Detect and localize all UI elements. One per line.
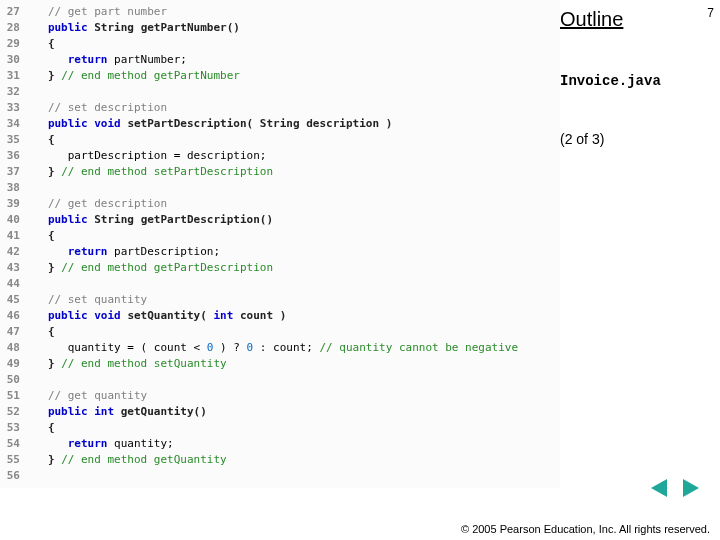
code-line: 54 return quantity; xyxy=(0,436,560,452)
line-source: quantity = ( count < 0 ) ? 0 : count; //… xyxy=(28,340,560,356)
line-number: 48 xyxy=(0,340,28,356)
line-source: // get quantity xyxy=(28,388,560,404)
code-line: 34 public void setPartDescription( Strin… xyxy=(0,116,560,132)
code-line: 52 public int getQuantity() xyxy=(0,404,560,420)
code-line: 30 return partNumber; xyxy=(0,52,560,68)
line-source: } // end method getPartDescription xyxy=(28,260,560,276)
line-number: 47 xyxy=(0,324,28,340)
line-source: return partNumber; xyxy=(28,52,560,68)
page-number: 7 xyxy=(707,6,714,20)
line-source: { xyxy=(28,324,560,340)
sidebar: Outline Invoice.java (2 of 3) xyxy=(560,0,720,147)
line-number: 39 xyxy=(0,196,28,212)
code-line: 28 public String getPartNumber() xyxy=(0,20,560,36)
code-line: 39 // get description xyxy=(0,196,560,212)
line-source: // set description xyxy=(28,100,560,116)
line-number: 45 xyxy=(0,292,28,308)
line-number: 30 xyxy=(0,52,28,68)
code-line: 42 return partDescription; xyxy=(0,244,560,260)
line-number: 44 xyxy=(0,276,28,292)
line-number: 28 xyxy=(0,20,28,36)
line-number: 50 xyxy=(0,372,28,388)
line-number: 31 xyxy=(0,68,28,84)
code-line: 47 { xyxy=(0,324,560,340)
line-source: public int getQuantity() xyxy=(28,404,560,420)
copyright-text: © 2005 Pearson Education, Inc. All right… xyxy=(461,523,710,536)
line-source: public void setQuantity( int count ) xyxy=(28,308,560,324)
code-line: 51 // get quantity xyxy=(0,388,560,404)
code-line: 31 } // end method getPartNumber xyxy=(0,68,560,84)
code-line: 40 public String getPartDescription() xyxy=(0,212,560,228)
line-number: 32 xyxy=(0,84,28,100)
code-line: 43 } // end method getPartDescription xyxy=(0,260,560,276)
line-source xyxy=(28,468,560,484)
line-source: // get part number xyxy=(28,4,560,20)
line-source: { xyxy=(28,228,560,244)
code-line: 44 xyxy=(0,276,560,292)
code-line: 45 // set quantity xyxy=(0,292,560,308)
outline-heading: Outline xyxy=(560,8,708,31)
line-source: { xyxy=(28,132,560,148)
line-number: 29 xyxy=(0,36,28,52)
line-source: } // end method setQuantity xyxy=(28,356,560,372)
code-line: 53 { xyxy=(0,420,560,436)
code-listing: 27 // get part number28 public String ge… xyxy=(0,0,560,488)
line-number: 46 xyxy=(0,308,28,324)
line-number: 55 xyxy=(0,452,28,468)
line-number: 53 xyxy=(0,420,28,436)
code-line: 35 { xyxy=(0,132,560,148)
line-source: public String getPartDescription() xyxy=(28,212,560,228)
code-line: 37 } // end method setPartDescription xyxy=(0,164,560,180)
code-line: 55 } // end method getQuantity xyxy=(0,452,560,468)
code-line: 32 xyxy=(0,84,560,100)
code-line: 38 xyxy=(0,180,560,196)
line-source: // set quantity xyxy=(28,292,560,308)
code-line: 27 // get part number xyxy=(0,4,560,20)
code-line: 41 { xyxy=(0,228,560,244)
line-number: 54 xyxy=(0,436,28,452)
page-of-label: (2 of 3) xyxy=(560,131,708,147)
line-source: } // end method setPartDescription xyxy=(28,164,560,180)
line-number: 34 xyxy=(0,116,28,132)
code-line: 50 xyxy=(0,372,560,388)
line-source: } // end method getQuantity xyxy=(28,452,560,468)
code-line: 48 quantity = ( count < 0 ) ? 0 : count;… xyxy=(0,340,560,356)
line-number: 37 xyxy=(0,164,28,180)
code-line: 29 { xyxy=(0,36,560,52)
line-source: } // end method getPartNumber xyxy=(28,68,560,84)
line-number: 27 xyxy=(0,4,28,20)
line-number: 43 xyxy=(0,260,28,276)
line-number: 56 xyxy=(0,468,28,484)
line-source: partDescription = description; xyxy=(28,148,560,164)
line-source: public void setPartDescription( String d… xyxy=(28,116,560,132)
line-source: { xyxy=(28,36,560,52)
line-number: 40 xyxy=(0,212,28,228)
line-number: 42 xyxy=(0,244,28,260)
line-number: 35 xyxy=(0,132,28,148)
line-number: 36 xyxy=(0,148,28,164)
line-number: 38 xyxy=(0,180,28,196)
line-source xyxy=(28,180,560,196)
line-source: public String getPartNumber() xyxy=(28,20,560,36)
nav-buttons xyxy=(646,476,704,500)
line-source: return partDescription; xyxy=(28,244,560,260)
filename-label: Invoice.java xyxy=(560,73,708,89)
line-number: 49 xyxy=(0,356,28,372)
next-icon[interactable] xyxy=(678,476,704,500)
line-source xyxy=(28,276,560,292)
code-line: 56 xyxy=(0,468,560,484)
line-source: // get description xyxy=(28,196,560,212)
line-source xyxy=(28,372,560,388)
code-line: 46 public void setQuantity( int count ) xyxy=(0,308,560,324)
line-source: return quantity; xyxy=(28,436,560,452)
prev-icon[interactable] xyxy=(646,476,672,500)
line-number: 52 xyxy=(0,404,28,420)
line-number: 51 xyxy=(0,388,28,404)
line-source: { xyxy=(28,420,560,436)
line-number: 33 xyxy=(0,100,28,116)
line-source xyxy=(28,84,560,100)
code-line: 33 // set description xyxy=(0,100,560,116)
line-number: 41 xyxy=(0,228,28,244)
code-line: 36 partDescription = description; xyxy=(0,148,560,164)
code-line: 49 } // end method setQuantity xyxy=(0,356,560,372)
